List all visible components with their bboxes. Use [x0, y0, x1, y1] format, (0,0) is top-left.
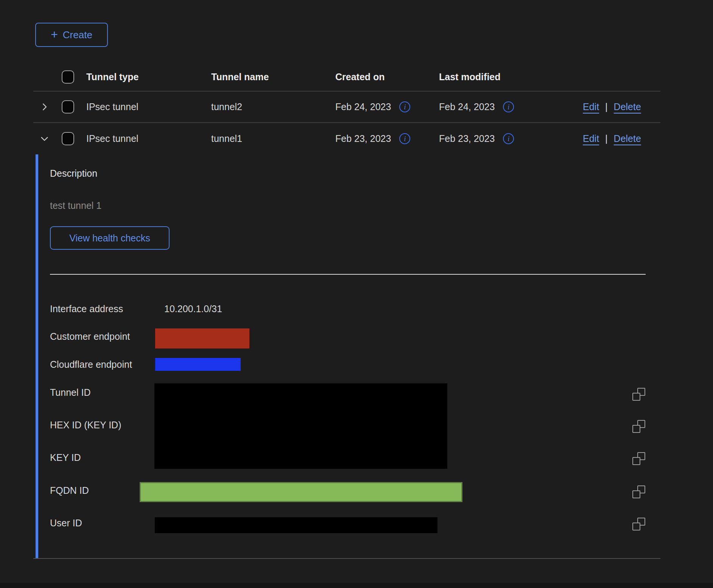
create-button[interactable]: + Create [35, 23, 108, 47]
fqdn-id-redacted-value [140, 482, 462, 502]
chevron-right-icon [39, 102, 50, 112]
customer-endpoint-label: Customer endpoint [50, 331, 130, 342]
key-id-label: KEY ID [50, 452, 81, 463]
created-on-value: Feb 24, 2023 [335, 101, 391, 112]
collapse-row-button[interactable] [33, 134, 62, 144]
header-created-on: Created on [335, 72, 439, 82]
user-id-label: User ID [50, 518, 82, 529]
info-icon[interactable]: i [503, 101, 514, 112]
description-label: Description [50, 168, 97, 179]
created-on-cell: Feb 23, 2023 i [335, 133, 439, 144]
row-actions: Edit | Delete [583, 133, 660, 144]
user-id-redacted-value [155, 517, 437, 533]
last-modified-cell: Feb 24, 2023 i [439, 101, 583, 112]
table-header-row: Tunnel type Tunnel name Created on Last … [33, 63, 660, 92]
last-modified-value: Feb 23, 2023 [439, 133, 495, 144]
header-tunnel-name: Tunnel name [211, 72, 335, 82]
copy-fqdn-id-button[interactable] [632, 485, 645, 498]
row-actions: Edit | Delete [583, 101, 660, 112]
copy-tunnel-id-button[interactable] [632, 388, 645, 401]
plus-icon: + [51, 28, 58, 40]
view-health-checks-button[interactable]: View health checks [50, 226, 170, 250]
tunnels-page: + Create Tunnel type Tunnel name Created… [0, 0, 713, 588]
delete-link[interactable]: Delete [614, 133, 641, 144]
interface-address-label: Interface address [50, 303, 123, 314]
create-button-label: Create [63, 29, 92, 41]
actions-separator: | [605, 101, 608, 112]
chevron-down-icon [39, 134, 50, 144]
table-row: IPsec tunnel tunnel1 Feb 23, 2023 i Feb … [33, 123, 660, 154]
last-modified-value: Feb 24, 2023 [439, 101, 495, 112]
window-bottom-edge [0, 583, 713, 588]
cloudflare-endpoint-redacted-value [155, 358, 241, 371]
description-value: test tunnel 1 [50, 200, 101, 211]
cloudflare-endpoint-label: Cloudflare endpoint [50, 359, 132, 370]
header-last-modified: Last modified [439, 72, 583, 82]
row-checkbox[interactable] [62, 132, 74, 145]
panel-divider [50, 274, 646, 275]
fqdn-id-label: FQDN ID [50, 485, 89, 496]
expand-row-button[interactable] [33, 102, 62, 112]
ids-redacted-value-block [154, 383, 447, 469]
copy-key-id-button[interactable] [632, 452, 645, 465]
tunnel-type-cell: IPsec tunnel [86, 133, 211, 144]
header-tunnel-type: Tunnel type [86, 72, 211, 82]
interface-address-value: 10.200.1.0/31 [164, 303, 222, 314]
table-row: IPsec tunnel tunnel2 Feb 24, 2023 i Feb … [33, 92, 660, 123]
hex-id-label: HEX ID (KEY ID) [50, 420, 121, 431]
row-checkbox[interactable] [62, 100, 74, 114]
actions-separator: | [605, 133, 608, 144]
customer-endpoint-redacted-value [155, 328, 249, 348]
delete-link[interactable]: Delete [614, 101, 641, 112]
edit-link[interactable]: Edit [583, 101, 599, 112]
created-on-value: Feb 23, 2023 [335, 133, 391, 144]
tunnel-id-label: Tunnel ID [50, 387, 90, 398]
panel-accent-bar [36, 154, 38, 559]
panel-bottom-divider [33, 558, 660, 559]
copy-user-id-button[interactable] [632, 518, 645, 530]
tunnel-name-cell: tunnel1 [211, 133, 335, 144]
created-on-cell: Feb 24, 2023 i [335, 101, 439, 112]
tunnel-name-cell: tunnel2 [211, 101, 335, 112]
tunnels-table: Tunnel type Tunnel name Created on Last … [33, 63, 660, 154]
info-icon[interactable]: i [399, 133, 410, 144]
tunnel-type-cell: IPsec tunnel [86, 101, 211, 112]
copy-hex-id-button[interactable] [632, 420, 645, 433]
last-modified-cell: Feb 23, 2023 i [439, 133, 583, 144]
info-icon[interactable]: i [503, 133, 514, 144]
edit-link[interactable]: Edit [583, 133, 599, 144]
tunnel-detail-panel: Description test tunnel 1 View health ch… [0, 154, 713, 559]
info-icon[interactable]: i [399, 101, 410, 112]
select-all-checkbox[interactable] [62, 70, 74, 84]
